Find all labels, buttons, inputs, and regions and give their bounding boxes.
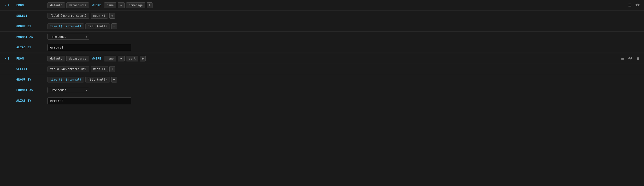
- format-as-content-a: Time series Table Time series (last valu…: [46, 32, 644, 41]
- group-by-row-b: GROUP BY time ($__interval) fill (null) …: [0, 74, 644, 85]
- alias-input-a[interactable]: [48, 44, 132, 51]
- query-container: ▾ A FROM default datasource WHERE name =…: [0, 0, 644, 106]
- where-field-a[interactable]: name: [104, 2, 116, 8]
- where-field-b[interactable]: name: [104, 56, 116, 61]
- format-as-label-a: FORMAT AS: [14, 35, 46, 38]
- group-by-label-a: GROUP BY: [14, 25, 46, 28]
- select-aggregation-a[interactable]: mean (): [91, 13, 108, 19]
- format-as-row-a: FORMAT AS Time series Table Time series …: [0, 32, 644, 42]
- format-as-content-b: Time series Table Time series (last valu…: [46, 86, 644, 94]
- query-toggle-b[interactable]: ▾ B: [0, 57, 14, 60]
- datasource-source1-a[interactable]: default: [48, 2, 65, 8]
- select-aggregation-b[interactable]: mean (): [91, 66, 108, 72]
- alias-by-content-b: [46, 96, 644, 106]
- select-row-a: SELECT field (4xxerrorCount) mean () +: [0, 10, 644, 21]
- select-content-a: field (4xxerrorCount) mean () +: [46, 11, 644, 20]
- query-block-b: ▾ B FROM default datasource WHERE name =…: [0, 53, 644, 106]
- fill-a[interactable]: fill (null): [85, 23, 110, 29]
- where-value-b[interactable]: cart: [126, 56, 138, 61]
- from-label-a: FROM: [14, 3, 46, 7]
- add-where-button-b[interactable]: +: [140, 56, 146, 61]
- alias-by-label-b: ALIAS BY: [14, 99, 46, 102]
- select-label-b: SELECT: [14, 67, 46, 71]
- datasource-source2-a[interactable]: datasource: [66, 2, 89, 8]
- add-select-button-b[interactable]: +: [109, 66, 115, 72]
- eye-icon-b[interactable]: [627, 56, 634, 61]
- select-content-b: field (4xxerrorCount) mean () +: [46, 65, 644, 73]
- add-group-button-b[interactable]: +: [111, 77, 117, 83]
- select-field-b[interactable]: field (4xxerrorCount): [48, 66, 89, 72]
- chevron-icon-b: ▾: [5, 57, 6, 60]
- row-actions-a: ☰: [627, 2, 644, 8]
- where-operator-a[interactable]: =: [118, 2, 125, 8]
- format-as-row-b: FORMAT AS Time series Table Time series …: [0, 85, 644, 95]
- query-toggle-a[interactable]: ▾ A: [0, 3, 14, 7]
- group-by-row-a: GROUP BY time ($__interval) fill (null) …: [0, 21, 644, 32]
- alias-input-b[interactable]: [48, 97, 132, 104]
- group-by-label-b: GROUP BY: [14, 78, 46, 81]
- query-id-b: B: [8, 57, 10, 60]
- chevron-icon-a: ▾: [5, 3, 6, 7]
- format-wrapper-b: Time series Table Time series (last valu…: [48, 87, 89, 93]
- where-value-a[interactable]: homepage: [126, 2, 145, 8]
- select-field-a[interactable]: field (4xxerrorCount): [48, 13, 89, 19]
- time-field-a[interactable]: time ($__interval): [48, 23, 84, 29]
- time-field-b[interactable]: time ($__interval): [48, 77, 84, 83]
- where-label-b: WHERE: [90, 56, 102, 61]
- hamburger-icon-b[interactable]: ☰: [620, 55, 626, 62]
- hamburger-icon-a[interactable]: ☰: [627, 2, 633, 8]
- from-row-a: ▾ A FROM default datasource WHERE name =…: [0, 0, 644, 10]
- row-actions-b: ☰: [620, 55, 644, 62]
- where-operator-b[interactable]: =: [118, 56, 125, 61]
- format-as-label-b: FORMAT AS: [14, 89, 46, 92]
- format-wrapper-a: Time series Table Time series (last valu…: [48, 34, 89, 40]
- format-select-b[interactable]: Time series Table Time series (last valu…: [48, 87, 89, 93]
- from-label-b: FROM: [14, 57, 46, 60]
- from-content-a: default datasource WHERE name = homepage…: [46, 1, 627, 9]
- fill-b[interactable]: fill (null): [85, 77, 110, 83]
- alias-by-label-a: ALIAS BY: [14, 46, 46, 49]
- alias-by-row-a: ALIAS BY: [0, 42, 644, 53]
- group-by-content-a: time ($__interval) fill (null) +: [46, 22, 644, 31]
- add-select-button-a[interactable]: +: [109, 13, 115, 19]
- where-label-a: WHERE: [90, 2, 102, 8]
- alias-by-content-a: [46, 43, 644, 52]
- query-block-a: ▾ A FROM default datasource WHERE name =…: [0, 0, 644, 53]
- format-select-a[interactable]: Time series Table Time series (last valu…: [48, 34, 89, 40]
- from-row-b: ▾ B FROM default datasource WHERE name =…: [0, 53, 644, 64]
- datasource-source1-b[interactable]: default: [48, 56, 65, 61]
- add-group-button-a[interactable]: +: [111, 23, 117, 29]
- select-row-b: SELECT field (4xxerrorCount) mean () +: [0, 64, 644, 74]
- trash-icon-b[interactable]: [635, 56, 641, 61]
- select-label-a: SELECT: [14, 14, 46, 17]
- add-where-button-a[interactable]: +: [147, 2, 152, 8]
- group-by-content-b: time ($__interval) fill (null) +: [46, 75, 644, 84]
- eye-icon-a[interactable]: [634, 3, 641, 8]
- query-id-a: A: [8, 3, 10, 7]
- alias-by-row-b: ALIAS BY: [0, 95, 644, 106]
- from-content-b: default datasource WHERE name = cart +: [46, 54, 620, 63]
- datasource-source2-b[interactable]: datasource: [66, 56, 89, 61]
